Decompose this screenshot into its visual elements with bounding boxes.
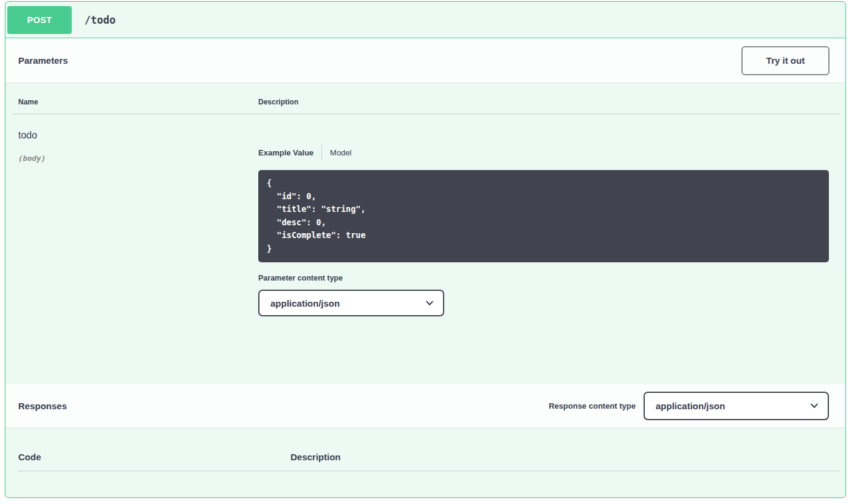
responses-section-header: Responses Response content type applicat… bbox=[5, 384, 845, 427]
try-it-out-button[interactable]: Try it out bbox=[741, 46, 830, 75]
parameter-row-todo: todo (body) Example Value Model { "id": … bbox=[13, 114, 840, 316]
responses-title: Responses bbox=[18, 401, 67, 411]
responses-table-header: Code Description bbox=[13, 452, 840, 471]
operation-block-post-todo: POST /todo Parameters Try it out Name De… bbox=[5, 1, 846, 498]
parameter-content-type-select[interactable]: application/json bbox=[258, 290, 444, 316]
tab-separator bbox=[321, 145, 322, 160]
responses-body: Code Description bbox=[5, 427, 845, 497]
name-column-header: Name bbox=[18, 98, 258, 106]
parameter-name: todo bbox=[18, 130, 258, 141]
parameter-content-type-label: Parameter content type bbox=[258, 274, 840, 282]
endpoint-path: /todo bbox=[84, 14, 115, 26]
example-json: { "id": 0, "title": "string", "desc": 0,… bbox=[267, 177, 820, 255]
tab-example-value[interactable]: Example Value bbox=[258, 148, 314, 157]
description-column-header: Description bbox=[258, 98, 840, 106]
response-content-type-label: Response content type bbox=[549, 401, 636, 410]
example-model-tabs: Example Value Model bbox=[258, 145, 840, 160]
parameters-body: Name Description todo (body) Example Val… bbox=[5, 83, 845, 384]
response-description-column-header: Description bbox=[290, 452, 840, 462]
response-content-type-select[interactable]: application/json bbox=[644, 392, 829, 420]
responses-header-divider bbox=[18, 471, 840, 471]
operation-summary[interactable]: POST /todo bbox=[5, 2, 845, 38]
example-value-code-block[interactable]: { "id": 0, "title": "string", "desc": 0,… bbox=[258, 170, 829, 262]
code-column-header: Code bbox=[18, 452, 290, 462]
http-method-badge[interactable]: POST bbox=[7, 6, 72, 34]
tab-model[interactable]: Model bbox=[330, 148, 351, 157]
parameters-section-header: Parameters Try it out bbox=[5, 38, 845, 83]
parameters-title: Parameters bbox=[18, 55, 68, 66]
parameter-location: (body) bbox=[18, 154, 258, 163]
parameters-table-header: Name Description bbox=[13, 98, 840, 114]
